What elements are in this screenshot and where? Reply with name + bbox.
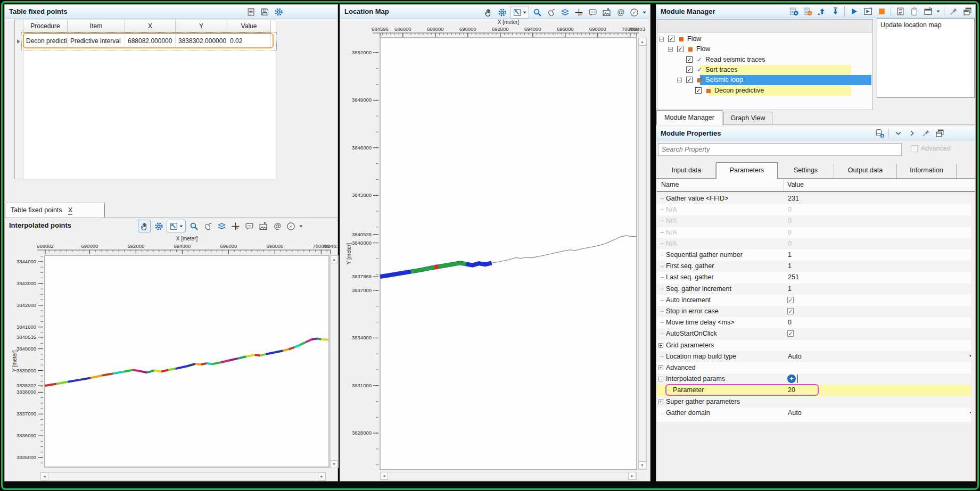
property-value[interactable]: 251 xyxy=(788,273,799,281)
fixed-point-marker[interactable] xyxy=(434,264,439,269)
run-to-icon[interactable] xyxy=(862,5,874,17)
property-row-n-a[interactable]: N/A0 xyxy=(657,215,975,227)
map-h-scrollbar-arrow[interactable]: ► xyxy=(628,472,636,480)
column-divider[interactable] xyxy=(784,179,784,191)
property-expand-toggle[interactable] xyxy=(658,365,663,370)
property-value[interactable]: 231 xyxy=(788,195,799,202)
map-h-scrollbar-arrow[interactable]: ◄ xyxy=(380,472,388,480)
property-row-movie-time-delay-ms-[interactable]: Movie time delay <ms>0 xyxy=(657,317,975,328)
property-value[interactable]: 0 xyxy=(788,240,792,247)
property-row-autostartonclick[interactable]: AutoStartOnClick✓ xyxy=(657,328,975,339)
name-column-header[interactable]: Name xyxy=(661,181,679,188)
property-checkbox[interactable]: ✓ xyxy=(787,330,794,337)
tab-information[interactable]: Information xyxy=(897,164,957,178)
property-row-super-gather-parameters[interactable]: Super gather parameters xyxy=(657,396,975,407)
property-row-auto-increment[interactable]: Auto increment✓ xyxy=(657,295,975,306)
interp-h-scrollbar-arrow[interactable]: ► xyxy=(318,472,326,480)
caret-down-icon[interactable] xyxy=(936,6,941,16)
property-row-grid-parameters[interactable]: Grid parameters xyxy=(657,340,975,351)
property-row-seq-gather-increment[interactable]: Seq. gather increment1 xyxy=(657,284,975,295)
settings-gear-icon[interactable] xyxy=(273,6,284,18)
chevron-right-icon[interactable] xyxy=(906,127,918,139)
property-row-n-a[interactable]: N/A0 xyxy=(657,227,975,238)
tree-checkbox[interactable]: ✓ xyxy=(686,77,693,83)
tab-graph-view[interactable]: Graph View xyxy=(723,112,772,125)
tree-checkbox[interactable]: ✓ xyxy=(686,56,693,63)
add-parameter-button[interactable]: + xyxy=(787,375,796,383)
tree-item-flow[interactable]: ✓Flow xyxy=(657,44,872,54)
property-value[interactable]: 0 xyxy=(788,319,792,326)
run-icon[interactable] xyxy=(848,5,860,17)
stop-icon[interactable] xyxy=(876,5,887,17)
selected-row-highlight[interactable] xyxy=(23,33,274,48)
map-v-scrollbar-arrow[interactable]: ▲ xyxy=(638,38,646,46)
property-checkbox[interactable]: ✓ xyxy=(787,308,794,314)
tree-item-decon-predictive[interactable]: ✓Decon predictive xyxy=(657,86,872,96)
tab-parameters[interactable]: Parameters xyxy=(716,162,778,179)
property-expand-toggle[interactable] xyxy=(658,343,663,348)
tab-table-fixed-points[interactable]: Table fixed points X xyxy=(5,203,105,218)
property-row-interpolated-params[interactable]: Interpolated params+ xyxy=(657,373,975,385)
interp-v-scrollbar-track[interactable] xyxy=(330,255,339,468)
value-column-header[interactable]: Value xyxy=(787,181,804,188)
column-header-item[interactable]: Item xyxy=(68,20,125,33)
add-module-icon[interactable] xyxy=(788,5,800,17)
tab-settings[interactable]: Settings xyxy=(778,164,834,178)
property-value[interactable]: 0 xyxy=(788,217,792,224)
save-icon[interactable] xyxy=(259,6,270,18)
tree-expand-toggle[interactable] xyxy=(677,78,682,82)
property-row-location-map-build-type[interactable]: Location map build typeAuto xyxy=(657,351,975,362)
property-row-gather-domain[interactable]: Gather domainAuto xyxy=(657,407,975,419)
tab-module-manager[interactable]: Module Manager xyxy=(656,110,722,125)
column-header-x[interactable]: X xyxy=(125,20,176,33)
tab-input-data[interactable]: Input data xyxy=(657,164,716,178)
tree-checkbox[interactable]: ✓ xyxy=(668,36,674,42)
property-row-last-seq-gather[interactable]: Last seq. gather251 xyxy=(657,272,975,283)
tree-expand-toggle[interactable] xyxy=(668,47,673,52)
property-value[interactable]: 0 xyxy=(788,229,792,236)
map-v-scrollbar-arrow[interactable]: ▼ xyxy=(638,461,646,469)
pin-icon[interactable] xyxy=(920,127,932,139)
property-value[interactable]: 1 xyxy=(788,285,792,293)
new-window-icon[interactable] xyxy=(922,5,934,17)
property-row-n-a[interactable]: N/A0 xyxy=(657,238,975,249)
interp-v-scrollbar-arrow[interactable]: ▼ xyxy=(330,460,338,468)
property-row-gather-value-ffid-[interactable]: Gather value <FFID>231 xyxy=(657,193,975,204)
close-icon[interactable]: X xyxy=(68,206,72,215)
column-header-procedure[interactable]: Procedure xyxy=(23,20,68,33)
interp-h-scrollbar-arrow[interactable]: ◄ xyxy=(40,472,48,480)
tab-output-data[interactable]: Output data xyxy=(834,164,897,178)
report-icon[interactable] xyxy=(245,6,257,18)
tree-item-sort-traces[interactable]: ✓✓Sort traces xyxy=(657,65,872,75)
search-property-input[interactable] xyxy=(658,143,902,156)
map-h-scrollbar-track[interactable] xyxy=(380,472,637,480)
property-value[interactable]: 1 xyxy=(788,262,792,270)
tree-checkbox[interactable]: ✓ xyxy=(695,87,702,94)
property-row-n-a[interactable]: N/A0 xyxy=(657,204,975,215)
move-down-icon[interactable] xyxy=(829,5,841,17)
column-header-y[interactable]: Y xyxy=(176,20,227,33)
tree-item-flow[interactable]: ✓Flow xyxy=(657,34,872,44)
tree-item-seismic-loop[interactable]: ✓Seismic loop xyxy=(657,75,872,85)
property-row-parameter[interactable]: Parameter20 xyxy=(657,385,975,396)
chevron-down-icon[interactable] xyxy=(892,127,904,139)
advanced-checkbox[interactable] xyxy=(911,145,918,152)
db-save-icon[interactable] xyxy=(874,127,885,139)
cascade-windows-icon[interactable] xyxy=(961,5,973,17)
property-row-sequential-gather-number[interactable]: Sequential gather number1 xyxy=(657,249,975,261)
property-checkbox[interactable]: ✓ xyxy=(787,297,794,303)
property-row-first-seq-gather[interactable]: First seq. gather1 xyxy=(657,261,975,272)
pin-icon[interactable] xyxy=(948,5,959,17)
property-row-stop-in-error-case[interactable]: Stop in error case✓ xyxy=(657,306,975,317)
location-map-plot[interactable]: X [meter]6845966860006880006900006920006… xyxy=(340,5,650,473)
tree-expand-toggle[interactable] xyxy=(659,37,664,41)
remove-module-icon[interactable] xyxy=(802,5,813,17)
interpolated-points-plot[interactable]: X [meter]6880826900006920006940006960006… xyxy=(5,218,337,473)
tree-item-read-seismic-traces[interactable]: ✓✓Read seismic traces xyxy=(657,55,872,65)
interp-h-scrollbar-track[interactable] xyxy=(40,472,326,481)
interp-v-scrollbar-arrow[interactable]: ▲ xyxy=(330,255,338,263)
map-v-scrollbar-track[interactable] xyxy=(638,38,647,470)
report-icon[interactable] xyxy=(894,5,906,17)
property-row-advanced[interactable]: Advanced xyxy=(657,362,975,373)
tree-checkbox[interactable]: ✓ xyxy=(686,66,693,73)
